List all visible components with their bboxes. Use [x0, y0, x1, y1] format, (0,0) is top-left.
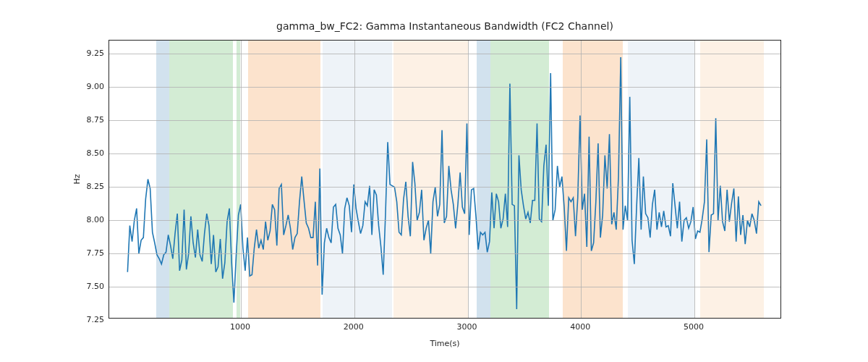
gridline-horizontal — [109, 120, 780, 121]
x-tick-label: 2000 — [344, 322, 364, 332]
gridline-horizontal — [109, 220, 780, 221]
y-tick-label: 8.00 — [75, 214, 104, 224]
y-tick-label: 9.25 — [75, 48, 104, 57]
line-series-svg — [109, 41, 780, 318]
gridline-horizontal — [109, 287, 780, 287]
gridline-horizontal — [109, 187, 780, 188]
figure: gamma_bw_FC2: Gamma Instantaneous Bandwi… — [0, 0, 868, 362]
chart-title: gamma_bw_FC2: Gamma Instantaneous Bandwi… — [109, 20, 781, 32]
gridline-horizontal — [109, 153, 780, 154]
x-tick-label: 5000 — [684, 322, 704, 332]
plot-area — [109, 40, 781, 319]
y-tick-label: 7.50 — [75, 281, 104, 290]
x-tick-label: 1000 — [230, 322, 250, 332]
y-tick-label: 7.25 — [75, 314, 104, 324]
gridline-vertical — [241, 41, 242, 318]
line-series — [127, 57, 761, 309]
x-tick-label: 3000 — [457, 322, 477, 332]
y-tick-label: 9.00 — [75, 81, 104, 90]
gridline-horizontal — [109, 253, 780, 254]
y-tick-label: 7.75 — [75, 248, 104, 257]
gridline-vertical — [468, 41, 469, 318]
x-tick-label: 4000 — [570, 322, 590, 332]
y-tick-label: 8.25 — [75, 181, 104, 190]
gridline-vertical — [354, 41, 355, 318]
y-tick-label: 8.50 — [75, 148, 104, 157]
gridline-vertical — [694, 41, 695, 318]
gridline-horizontal — [109, 87, 780, 88]
gridline-horizontal — [109, 54, 780, 54]
y-tick-label: 8.75 — [75, 114, 104, 124]
gridline-vertical — [581, 41, 582, 318]
x-axis-label: Time(s) — [109, 339, 781, 348]
